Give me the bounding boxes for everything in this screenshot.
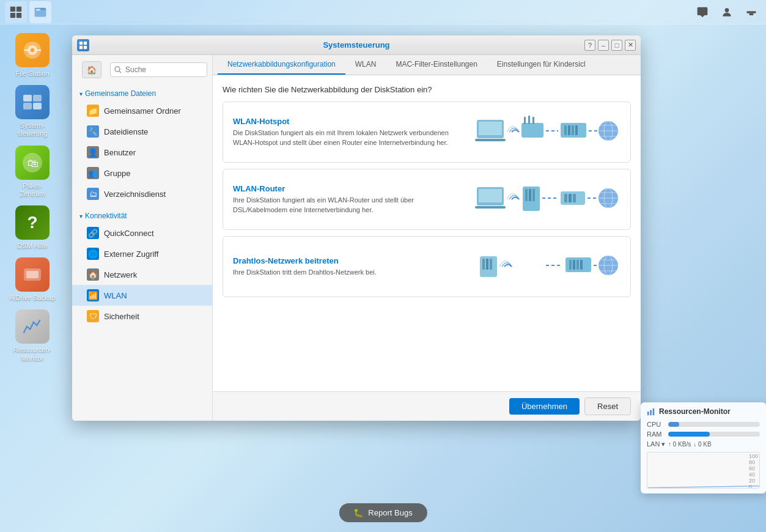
svg-rect-22 [26, 271, 39, 278]
svg-rect-30 [521, 123, 543, 138]
tab-kindersicherung[interactable]: Einstellungen für Kindersicl [487, 55, 595, 75]
tab-netzwerkabbildungskonfiguration[interactable]: Netzwerkabbildungskonfiguration [218, 55, 345, 75]
svg-rect-33 [532, 117, 534, 124]
svg-rect-66 [486, 259, 488, 270]
svg-rect-15 [23, 95, 32, 102]
tab-wlan[interactable]: WLAN [345, 55, 386, 75]
tabs-bar: Netzwerkabbildungskonfiguration WLAN MAC… [213, 55, 641, 75]
notifications-icon[interactable] [742, 2, 761, 22]
resources-lan-row: LAN ▾ ↑ 0 KB/s ↓ 0 KB [647, 440, 760, 448]
report-bugs-button[interactable]: 🐛 Report Bugs [339, 503, 427, 522]
chart-label-40: 40 [749, 471, 758, 478]
sidebar-section-label-gemeinsame-dateien: Gemeinsame Dateien [85, 89, 156, 98]
svg-rect-36 [564, 125, 567, 135]
svg-rect-50 [525, 189, 528, 201]
reset-button[interactable]: Reset [584, 397, 631, 415]
svg-rect-82 [653, 408, 655, 415]
report-bugs-label: Report Bugs [368, 508, 412, 517]
sidebar-top: 🏠 [72, 55, 212, 84]
ram-bar-fill [668, 432, 710, 437]
option-card-text-router: WLAN-Router Ihre DiskStation fungiert al… [233, 184, 464, 215]
taskbar-right-area [693, 2, 761, 22]
sidebar-item-quickconnect[interactable]: 🔗 QuickConnect [72, 223, 212, 243]
svg-rect-73 [580, 260, 583, 270]
svg-rect-29 [475, 139, 506, 141]
maximize-button[interactable]: □ [611, 40, 622, 51]
sidebar-item-label-wlan: WLAN [104, 291, 127, 300]
svg-rect-57 [573, 194, 576, 202]
window-footer: Übernehmen Reset [213, 391, 641, 421]
sidebar-section-konnektivitat: ▾ Konnektivität 🔗 QuickConnect 🌐 Externe… [72, 207, 212, 329]
svg-rect-24 [84, 41, 87, 44]
desktop-icon-label-ressourcen: Ressourcen-Monitor [13, 346, 51, 362]
sidebar-item-dateidienste[interactable]: 🔧 Dateidienste [72, 121, 212, 142]
option-card-text-drahtlos: Drahtlos-Netzwerk beitreten Ihre DiskSta… [233, 256, 464, 277]
svg-rect-31 [524, 117, 526, 124]
svg-rect-26 [84, 45, 87, 48]
taskbar-file-station-icon[interactable] [29, 1, 51, 23]
sidebar-item-externer-zugriff[interactable]: 🌐 Externer Zugriff [72, 243, 212, 264]
sidebar-section-label-konnektivitat: Konnektivität [85, 212, 127, 220]
chart-label-20: 20 [749, 478, 758, 484]
sidebar-section-header-gemeinsame-dateien[interactable]: ▾ Gemeinsame Dateien [72, 87, 212, 100]
chat-icon[interactable] [693, 2, 712, 22]
sidebar-home-button[interactable]: 🏠 [82, 61, 101, 78]
resources-monitor-panel: Ressourcen-Monitor CPU RAM LAN ▾ ↑ 0 KB/… [641, 402, 766, 493]
desktop-icon-label-hidrive: HiDrive Backup [9, 294, 56, 302]
option-card-wlan-router[interactable]: WLAN-Router Ihre DiskStation fungiert al… [223, 169, 631, 230]
sidebar-item-label-netzwerk: Netzwerk [104, 270, 137, 279]
svg-rect-39 [575, 125, 578, 135]
svg-rect-70 [569, 260, 572, 270]
sidebar-item-netzwerk[interactable]: 🏠 Netzwerk [72, 264, 212, 285]
sidebar-item-sicherheit[interactable]: 🛡 Sicherheit [72, 306, 212, 327]
desktop-icon-ressourcen[interactable]: Ressourcen-Monitor [5, 307, 60, 364]
sidebar-search-input[interactable] [110, 62, 207, 77]
desktop-icon-file-station[interactable]: File Station [5, 31, 60, 80]
window-title: Systemsteuerung [323, 40, 389, 50]
desktop-icon-paket[interactable]: 🛍 Paket-Zentrum [5, 143, 60, 201]
option-title-drahtlos: Drahtlos-Netzwerk beitreten [233, 256, 464, 265]
cpu-bar-fill [668, 422, 679, 427]
sidebar-section-header-konnektivitat[interactable]: ▾ Konnektivität [72, 209, 212, 223]
wlan-icon: 📶 [87, 289, 99, 301]
chart-label-0: 0 [749, 484, 758, 489]
svg-rect-32 [528, 116, 530, 124]
sidebar-item-verzeichnisdienst[interactable]: 🗂 Verzeichnisdienst [72, 183, 212, 204]
svg-rect-6 [36, 9, 40, 10]
window-controls: ? – □ ✕ [584, 40, 636, 51]
externer-zugriff-icon: 🌐 [87, 248, 99, 260]
sidebar-item-label-externer-zugriff: Externer Zugriff [104, 249, 158, 259]
sicherheit-icon: 🛡 [87, 310, 99, 322]
sidebar-item-gruppe[interactable]: 👥 Gruppe [72, 163, 212, 183]
option-desc-drahtlos: Ihre DiskStation tritt dem Drahtlos-Netz… [233, 268, 464, 277]
benutzer-icon: 👤 [87, 146, 99, 158]
svg-rect-67 [490, 259, 492, 270]
user-icon[interactable] [717, 2, 737, 22]
svg-rect-1 [17, 6, 21, 11]
svg-rect-37 [568, 125, 570, 135]
chart-label-80: 80 [749, 459, 758, 465]
desktop-icon-systemsteuerung[interactable]: System-steuerung [5, 83, 60, 140]
apply-button[interactable]: Übernehmen [509, 398, 580, 415]
option-title-hotspot: WLAN-Hotspot [233, 117, 464, 126]
taskbar-grid-icon[interactable] [5, 1, 27, 23]
svg-rect-0 [10, 6, 15, 11]
option-card-wlan-hotspot[interactable]: WLAN-Hotspot Die DiskStation fungiert al… [223, 102, 631, 163]
minimize-button[interactable]: – [598, 40, 609, 51]
sidebar-section-gemeinsame-dateien: ▾ Gemeinsame Dateien 📁 Gemeinsamer Ordne… [72, 84, 212, 207]
netzwerk-icon: 🏠 [87, 268, 99, 281]
tab-mac-filter[interactable]: MAC-Filter-Einstellungen [386, 55, 487, 75]
desktop-icon-dsm[interactable]: ? DSM Hilfe [5, 203, 60, 253]
svg-rect-8 [747, 11, 756, 13]
sidebar-item-wlan[interactable]: 📶 WLAN [72, 285, 212, 306]
svg-rect-16 [33, 95, 42, 102]
sidebar-item-benutzer[interactable]: 👤 Benutzer [72, 142, 212, 163]
sidebar-item-gemeinsamer-ordner[interactable]: 📁 Gemeinsamer Ordner [72, 100, 212, 121]
option-card-drahtlos[interactable]: Drahtlos-Netzwerk beitreten Ihre DiskSta… [223, 236, 631, 297]
close-button[interactable]: ✕ [625, 40, 636, 51]
svg-rect-56 [569, 194, 572, 202]
help-button[interactable]: ? [584, 40, 595, 51]
desktop-icon-hidrive[interactable]: HiDrive Backup [5, 255, 60, 305]
dateidienste-icon: 🔧 [87, 125, 99, 138]
arrow-konnektivitat-icon: ▾ [79, 213, 83, 220]
